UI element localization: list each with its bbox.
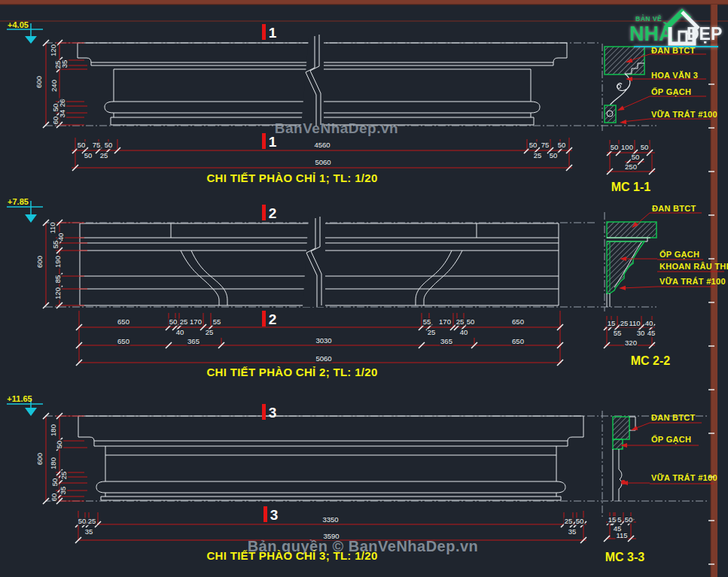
dim-label: 250: [624, 163, 638, 171]
material-label: ĐAN BTCT: [651, 47, 696, 55]
linework-layer: [0, 0, 728, 577]
dim-label: 650: [117, 318, 130, 326]
section-cut-number: 1: [269, 135, 277, 149]
detail-title: CHI TIẾT PHÀO CHỈ 2; TL: 1/20: [206, 366, 377, 378]
dim-label: 15: [607, 320, 617, 327]
material-label: VỮA TRÁT #100: [659, 278, 726, 286]
dim-label: 650: [511, 318, 525, 326]
dim-label: 365: [440, 338, 453, 345]
dim-label: 26: [59, 99, 66, 108]
detail3-profile: [78, 416, 583, 500]
dim-label: 50: [528, 141, 538, 149]
dim-label: 25: [620, 320, 629, 327]
section-cut-bar: [262, 205, 266, 220]
dim-label: 180: [50, 424, 57, 437]
dim-label: 190: [54, 255, 62, 269]
elevation-label: +11.65: [7, 395, 32, 403]
section-cut-bar: [262, 24, 266, 40]
dim-label: 25: [87, 518, 97, 525]
dim-label: 30: [636, 329, 646, 337]
dim-label: 40: [644, 320, 654, 327]
section-cut-number: 2: [269, 312, 277, 326]
dim-label: 600: [36, 452, 44, 466]
dim-label: 5: [617, 516, 622, 524]
dim-label: 110: [49, 221, 56, 234]
dim-label: 35: [59, 486, 67, 496]
dim-label: 50: [84, 152, 93, 159]
dim-label: 50: [56, 440, 63, 450]
section-cut-number: 1: [269, 26, 277, 40]
dim-label: 50: [610, 144, 620, 151]
detail2-profile: [80, 217, 559, 307]
dim-label: 55: [422, 318, 432, 326]
section-cut-number: 3: [269, 405, 277, 420]
dim-label: 25: [60, 471, 68, 481]
dim-label: 25: [205, 329, 215, 336]
elevation-label: +7.85: [8, 198, 29, 206]
dim-label: 50: [169, 318, 178, 326]
dim-label: 50: [557, 141, 567, 149]
dimension-ticks: [43, 40, 655, 543]
dim-label: 50: [104, 141, 114, 149]
material-label: ĐAN BTCT: [652, 205, 696, 213]
dim-label: 600: [35, 75, 43, 89]
dim-label: 3350: [321, 516, 339, 524]
dim-label: 5060: [314, 159, 331, 166]
dim-label: 34: [59, 109, 66, 119]
watermark-center: BanVeNhaDep.vn: [275, 121, 398, 135]
logo-tagline: BẢN VẼ: [635, 15, 662, 23]
dim-label: 35: [568, 528, 577, 536]
dim-label: 50: [78, 518, 87, 525]
dim-label: 3590: [322, 533, 340, 540]
dim-label: 85: [54, 275, 62, 284]
material-label: VỮA TRÁT #100: [651, 474, 717, 482]
brand-logo: BẢN VẼ NHÀ ĐẸP: [625, 3, 728, 51]
section-cut-bar: [262, 404, 266, 420]
dim-label: 170: [438, 318, 452, 326]
section-cut-bar: [262, 311, 266, 326]
section-title: MC 3-3: [605, 551, 644, 563]
dim-label: 650: [117, 338, 130, 345]
dim-label: 50: [466, 318, 476, 326]
dim-label: 25: [99, 152, 109, 159]
elevation-label: +4.05: [8, 21, 29, 29]
section-cut-bar: [262, 133, 266, 149]
dim-label: 50: [575, 518, 585, 525]
dim-label: 40: [459, 329, 469, 336]
section-cut-number: 2: [269, 206, 277, 220]
dim-label: 115: [615, 532, 628, 539]
material-label: VỮA TRÁT #100: [651, 111, 717, 119]
section-title: MC 2-2: [631, 355, 670, 367]
section-cut-bar: [263, 506, 267, 522]
dim-label: 45: [647, 329, 656, 337]
dim-label: 55: [613, 329, 623, 337]
dim-label: 110: [628, 320, 641, 327]
section-cut-number: 3: [270, 508, 279, 522]
dim-label: 650: [511, 338, 525, 345]
dim-label: 25: [427, 329, 437, 336]
dim-label: 25: [179, 318, 189, 326]
dim-label: 35: [84, 528, 94, 536]
dim-label: 600: [36, 255, 44, 269]
cad-drawing-sheet: BẢN VẼ NHÀ ĐẸP BanVeNhaDep.vn Bản quyền …: [0, 0, 728, 577]
dim-label: 5060: [315, 355, 332, 363]
dim-label: 3030: [315, 337, 332, 345]
dim-label: 100: [620, 144, 634, 151]
dim-label: 15: [608, 516, 617, 524]
dim-label: 55: [52, 240, 59, 250]
dim-label: 120: [54, 287, 62, 300]
dim-label: 50: [77, 141, 87, 149]
dim-label: 35: [61, 59, 69, 69]
dim-label: 75: [541, 141, 550, 149]
dim-label: 50: [624, 516, 634, 524]
material-label: HOA VĂN 3: [651, 71, 698, 80]
dim-label: 25: [455, 318, 465, 326]
material-label: KHOAN RÂU THÉP: [659, 263, 728, 271]
dim-label: 50: [631, 153, 641, 161]
dim-label: 55: [212, 318, 222, 326]
material-label: ỐP GẠCH: [659, 251, 699, 259]
material-label: ĐAN BTCT: [651, 414, 696, 422]
dim-label: 240: [50, 79, 58, 93]
dim-label: 50: [51, 478, 59, 487]
section-title: MC 1-1: [611, 181, 650, 193]
